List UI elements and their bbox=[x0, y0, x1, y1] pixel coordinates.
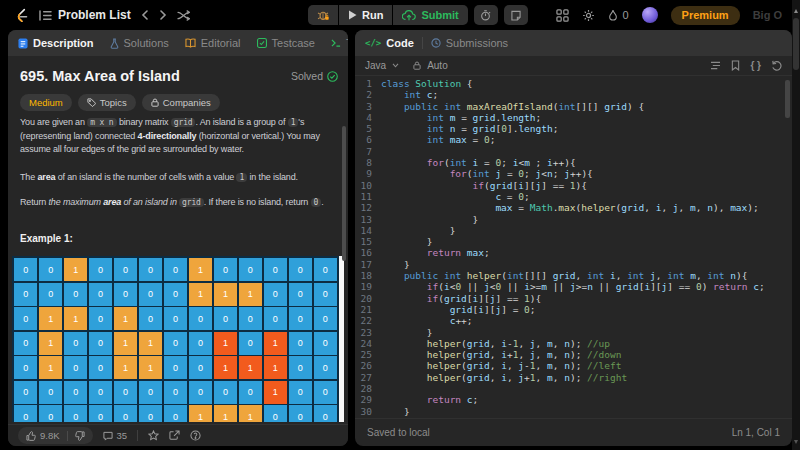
tab-testcase[interactable]: Testcase bbox=[257, 37, 315, 49]
description-scrollbar[interactable] bbox=[342, 126, 346, 261]
grid-cell: 0 bbox=[264, 258, 287, 281]
editor-scrollbar[interactable] bbox=[785, 80, 790, 118]
grid-cell: 0 bbox=[314, 405, 337, 422]
grid-cell: 0 bbox=[114, 258, 137, 281]
flask-icon bbox=[110, 38, 119, 49]
help-button[interactable] bbox=[190, 430, 201, 441]
grid-cell: 0 bbox=[39, 283, 62, 306]
user-avatar[interactable] bbox=[642, 7, 658, 23]
window-scrollbar[interactable] bbox=[792, 0, 800, 450]
like-button[interactable]: 9.8K bbox=[26, 430, 60, 441]
topics-badge[interactable]: Topics bbox=[78, 94, 136, 111]
code-line: 1class Solution { bbox=[355, 78, 792, 89]
grid-cell: 0 bbox=[139, 405, 162, 422]
grid-cell: 0 bbox=[139, 258, 162, 281]
tag-icon bbox=[87, 98, 96, 107]
tab-submissions[interactable]: Submissions bbox=[431, 37, 508, 49]
grid-cell: 0 bbox=[89, 356, 112, 379]
run-button[interactable]: Run bbox=[339, 5, 392, 25]
code-line: 12 max = Math.max(helper(grid, i, j, m, … bbox=[355, 202, 792, 213]
leetcode-logo-icon[interactable] bbox=[14, 7, 29, 24]
settings-gear-icon[interactable] bbox=[582, 9, 595, 22]
tab-code[interactable]: </> Code bbox=[365, 37, 414, 49]
premium-button[interactable]: Premium bbox=[671, 6, 740, 25]
grid-cell: 0 bbox=[114, 381, 137, 404]
bracket-matching-icon[interactable]: { } bbox=[750, 60, 761, 71]
lock-icon bbox=[413, 61, 421, 70]
description-icon bbox=[18, 38, 28, 49]
example-label: Example 1: bbox=[20, 233, 73, 244]
tab-test-result[interactable]: Test Result bbox=[331, 37, 348, 49]
debugger-button[interactable] bbox=[308, 5, 338, 25]
grid-cell: 1 bbox=[189, 258, 212, 281]
layout-icon[interactable] bbox=[556, 9, 569, 22]
grid-cell: 1 bbox=[39, 332, 62, 355]
problem-list-button[interactable]: Problem List bbox=[39, 8, 131, 22]
dislike-button[interactable] bbox=[75, 431, 85, 441]
grid-cell: 1 bbox=[39, 356, 62, 379]
leetcode-window: Problem List Run bbox=[0, 0, 800, 450]
grid-cell: 1 bbox=[239, 405, 262, 422]
grid-cell: 0 bbox=[314, 307, 337, 330]
submit-button-label: Submit bbox=[421, 9, 458, 21]
play-icon bbox=[348, 10, 357, 20]
editor-tabbar: </> Code Submissions bbox=[355, 30, 792, 56]
grid-cell: 0 bbox=[164, 405, 187, 422]
grid-cell: 0 bbox=[64, 381, 87, 404]
question-icon bbox=[190, 430, 201, 441]
grid-cell: 1 bbox=[189, 405, 212, 422]
grid-cell: 0 bbox=[39, 258, 62, 281]
big-o-promo[interactable]: Big O bbox=[753, 9, 782, 21]
grid-cell: 0 bbox=[264, 307, 287, 330]
grid-cell: 1 bbox=[214, 405, 237, 422]
grid-cell: 0 bbox=[314, 283, 337, 306]
reset-code-icon[interactable] bbox=[771, 60, 782, 71]
share-icon bbox=[169, 430, 180, 441]
comments-button[interactable]: 35 bbox=[103, 430, 128, 441]
share-button[interactable] bbox=[169, 430, 180, 441]
autocomplete-label[interactable]: Auto bbox=[427, 60, 448, 71]
code-editor[interactable]: 1class Solution {2 int c;3 public int ma… bbox=[355, 76, 792, 418]
problem-panel: Description Solutions Editorial Testcase… bbox=[8, 30, 348, 446]
next-problem-icon[interactable] bbox=[159, 10, 167, 20]
tab-testcase-label: Testcase bbox=[272, 37, 315, 49]
submit-button[interactable]: Submit bbox=[393, 5, 467, 25]
problem-title: 695. Max Area of Island bbox=[20, 68, 180, 84]
tab-editorial[interactable]: Editorial bbox=[185, 37, 241, 49]
grid-cell: 0 bbox=[239, 258, 262, 281]
grid-cell: 0 bbox=[164, 258, 187, 281]
grid-cell: 0 bbox=[139, 283, 162, 306]
grid-cell: 1 bbox=[64, 307, 87, 330]
difficulty-badge[interactable]: Medium bbox=[20, 94, 72, 111]
cursor-position[interactable]: Ln 1, Col 1 bbox=[732, 427, 780, 438]
premium-label: Premium bbox=[682, 9, 729, 21]
code-line: 7 bbox=[355, 146, 792, 157]
grid-cell: 0 bbox=[289, 405, 312, 422]
tab-solutions[interactable]: Solutions bbox=[110, 37, 169, 49]
problem-list-label: Problem List bbox=[58, 8, 131, 22]
code-line: 10 if(grid[i][j] == 1){ bbox=[355, 180, 792, 191]
grid-cell: 1 bbox=[214, 356, 237, 379]
scroll-down-arrow[interactable] bbox=[794, 440, 798, 444]
language-selector[interactable]: Java bbox=[365, 60, 386, 71]
bookmark-icon[interactable] bbox=[731, 60, 740, 71]
tab-solutions-label: Solutions bbox=[124, 37, 169, 49]
description-paragraph: Return the maximum area of an island in … bbox=[20, 196, 338, 210]
shuffle-icon[interactable] bbox=[177, 10, 190, 21]
streak-count: 0 bbox=[622, 9, 628, 21]
favorite-button[interactable] bbox=[148, 430, 159, 441]
scrollbar-thumb[interactable] bbox=[793, 18, 799, 70]
grid-cell: 0 bbox=[289, 332, 312, 355]
grid-cell: 1 bbox=[114, 307, 137, 330]
tab-description[interactable]: Description bbox=[18, 37, 94, 49]
tab-submissions-label: Submissions bbox=[446, 37, 508, 49]
grid-cell: 0 bbox=[314, 356, 337, 379]
grid-cell: 0 bbox=[189, 307, 212, 330]
prev-problem-icon[interactable] bbox=[141, 10, 149, 20]
scroll-up-arrow[interactable] bbox=[794, 9, 798, 13]
timer-button[interactable] bbox=[474, 5, 498, 25]
daily-streak[interactable]: 0 bbox=[608, 9, 628, 21]
format-code-icon[interactable] bbox=[710, 61, 721, 70]
notes-button[interactable] bbox=[504, 5, 528, 25]
companies-badge[interactable]: Companies bbox=[142, 94, 220, 111]
